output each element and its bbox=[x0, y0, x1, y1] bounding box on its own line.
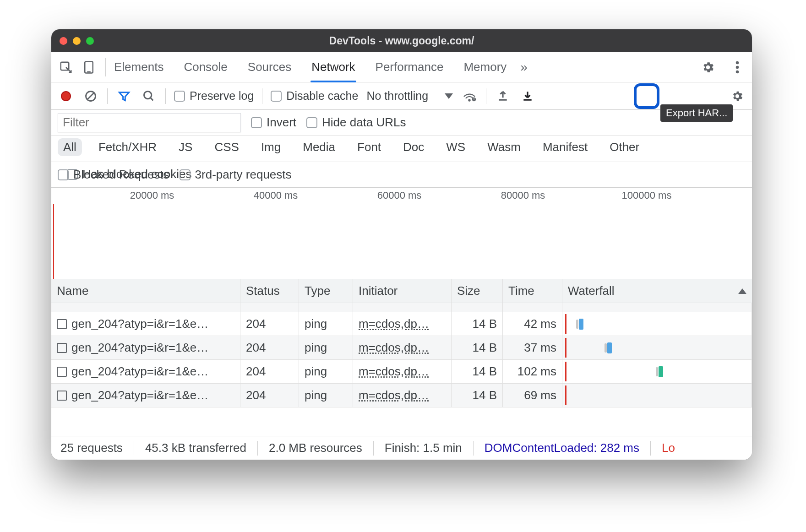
cell-initiator[interactable]: m=cdos,dp… bbox=[353, 360, 452, 384]
tab-sources[interactable]: Sources bbox=[248, 52, 291, 82]
tick: 60000 ms bbox=[377, 190, 422, 201]
network-toolbar: Preserve log Disable cache No throttling… bbox=[51, 82, 752, 110]
svg-line-7 bbox=[87, 92, 94, 99]
sort-asc-icon bbox=[738, 288, 746, 294]
cell-status: 204 bbox=[240, 312, 299, 336]
cell-waterfall bbox=[562, 360, 752, 384]
svg-point-5 bbox=[736, 70, 739, 73]
network-conditions-icon[interactable] bbox=[461, 88, 478, 104]
inspect-element-icon[interactable] bbox=[58, 59, 74, 76]
third-party-checkbox[interactable]: 3rd-party requests bbox=[180, 168, 292, 182]
svg-point-8 bbox=[144, 91, 152, 98]
hide-data-urls-checkbox[interactable]: Hide data URLs bbox=[306, 115, 406, 130]
svg-line-9 bbox=[151, 98, 153, 100]
tab-label: Network bbox=[311, 60, 355, 74]
cell-waterfall bbox=[562, 384, 752, 407]
cell-size: 14 B bbox=[452, 384, 503, 407]
close-window-button[interactable] bbox=[60, 37, 67, 45]
status-load: Lo bbox=[651, 441, 686, 456]
search-icon[interactable] bbox=[141, 88, 157, 104]
table-row[interactable]: gen_204?atyp=i&r=1&e… bbox=[51, 312, 240, 336]
table-row[interactable]: gen_204?atyp=i&r=1&e… bbox=[51, 384, 240, 407]
separator bbox=[105, 58, 106, 76]
disable-cache-checkbox[interactable]: Disable cache bbox=[271, 89, 358, 103]
preserve-log-checkbox[interactable]: Preserve log bbox=[174, 89, 254, 103]
request-name: gen_204?atyp=i&r=1&e… bbox=[71, 364, 208, 379]
filter-input[interactable] bbox=[58, 113, 241, 132]
tab-memory[interactable]: Memory bbox=[463, 52, 506, 82]
import-har-button[interactable] bbox=[495, 88, 511, 104]
record-button[interactable] bbox=[58, 88, 74, 104]
cell-type: ping bbox=[299, 360, 353, 384]
panel-tabs-row: Elements Console Sources Network Perform… bbox=[51, 52, 752, 82]
cell-time: 102 ms bbox=[503, 360, 562, 384]
request-name: gen_204?atyp=i&r=1&e… bbox=[71, 317, 208, 331]
type-media[interactable]: Media bbox=[297, 138, 341, 156]
network-settings-icon[interactable] bbox=[729, 88, 746, 104]
type-all[interactable]: All bbox=[58, 138, 82, 156]
type-other[interactable]: Other bbox=[604, 138, 645, 156]
tab-network[interactable]: Network bbox=[311, 52, 355, 82]
clear-button[interactable] bbox=[82, 88, 99, 104]
timeline-ruler: 20000 ms 40000 ms 60000 ms 80000 ms 1000… bbox=[51, 188, 752, 204]
tick: 100000 ms bbox=[622, 190, 672, 201]
cell-initiator[interactable]: m=cdos,dp… bbox=[353, 336, 452, 360]
tab-elements[interactable]: Elements bbox=[114, 52, 163, 82]
panel-tabs: Elements Console Sources Network Perform… bbox=[114, 52, 506, 82]
col-size[interactable]: Size bbox=[452, 279, 503, 303]
request-name: gen_204?atyp=i&r=1&e… bbox=[71, 341, 208, 355]
type-wasm[interactable]: Wasm bbox=[482, 138, 526, 156]
cell-initiator[interactable]: m=cdos,dp… bbox=[353, 312, 452, 336]
tab-performance[interactable]: Performance bbox=[376, 52, 444, 82]
table-row[interactable]: gen_204?atyp=i&r=1&e… bbox=[51, 360, 240, 384]
blocked-requests-checkbox[interactable]: Blocked Requests bbox=[58, 168, 169, 182]
more-tabs-button[interactable]: » bbox=[520, 60, 528, 75]
col-status[interactable]: Status bbox=[240, 279, 299, 303]
type-js[interactable]: JS bbox=[173, 138, 198, 156]
type-doc[interactable]: Doc bbox=[398, 138, 430, 156]
throttling-dropdown[interactable]: No throttling bbox=[366, 89, 453, 103]
col-initiator[interactable]: Initiator bbox=[353, 279, 452, 303]
col-time[interactable]: Time bbox=[503, 279, 562, 303]
type-manifest[interactable]: Manifest bbox=[537, 138, 593, 156]
settings-icon[interactable] bbox=[700, 59, 716, 76]
filter-row: Invert Hide data URLs bbox=[51, 110, 752, 136]
file-icon bbox=[57, 319, 67, 329]
record-icon bbox=[61, 91, 71, 101]
tab-console[interactable]: Console bbox=[184, 52, 227, 82]
status-domcontentloaded: DOMContentLoaded: 282 ms bbox=[474, 441, 651, 456]
export-har-highlight bbox=[634, 83, 659, 109]
kebab-menu-icon[interactable] bbox=[729, 59, 746, 76]
cell-time: 37 ms bbox=[503, 336, 562, 360]
cell-type: ping bbox=[299, 336, 353, 360]
titlebar: DevTools - www.google.com/ bbox=[51, 29, 752, 52]
timeline-body bbox=[51, 204, 752, 279]
filter-toggle-icon[interactable] bbox=[116, 88, 132, 104]
svg-point-4 bbox=[736, 65, 739, 69]
type-css[interactable]: CSS bbox=[209, 138, 244, 156]
type-ws[interactable]: WS bbox=[441, 138, 471, 156]
export-har-button[interactable] bbox=[519, 88, 536, 104]
type-img[interactable]: Img bbox=[256, 138, 286, 156]
col-type[interactable]: Type bbox=[299, 279, 353, 303]
checkbox-icon bbox=[174, 91, 185, 102]
tick: 40000 ms bbox=[254, 190, 298, 201]
minimize-window-button[interactable] bbox=[73, 37, 81, 45]
tab-label: Sources bbox=[248, 60, 291, 74]
zoom-window-button[interactable] bbox=[86, 37, 94, 45]
invert-checkbox[interactable]: Invert bbox=[251, 115, 296, 130]
request-name: gen_204?atyp=i&r=1&e… bbox=[71, 388, 208, 402]
traffic-lights bbox=[60, 37, 94, 45]
device-toolbar-icon[interactable] bbox=[81, 59, 97, 76]
svg-rect-12 bbox=[499, 99, 507, 100]
timeline-overview[interactable]: 20000 ms 40000 ms 60000 ms 80000 ms 1000… bbox=[51, 188, 752, 279]
type-font[interactable]: Font bbox=[352, 138, 387, 156]
cell-initiator[interactable]: m=cdos,dp… bbox=[353, 384, 452, 407]
col-waterfall[interactable]: Waterfall bbox=[562, 279, 752, 303]
table-row[interactable]: gen_204?atyp=i&r=1&e… bbox=[51, 336, 240, 360]
type-fetch-xhr[interactable]: Fetch/XHR bbox=[93, 138, 162, 156]
requests-table: Name Status Type Initiator Size Time Wat… bbox=[51, 279, 752, 407]
cell-size: 14 B bbox=[452, 312, 503, 336]
table-row[interactable] bbox=[51, 303, 240, 312]
col-name[interactable]: Name bbox=[51, 279, 240, 303]
